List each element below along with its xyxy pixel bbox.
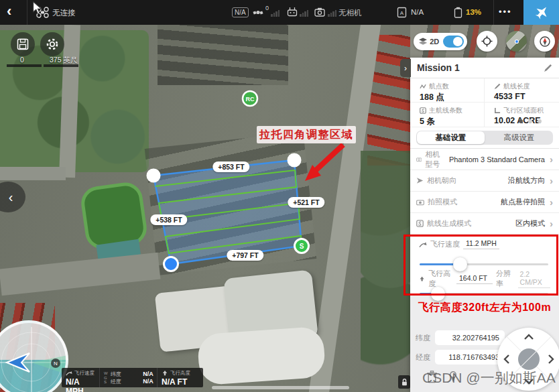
stat-label: 飞行区域面积 xyxy=(503,106,544,115)
panel-page-dots[interactable] xyxy=(519,119,542,123)
status-bar: ‹ 无连接 N/A 0 无相机 A N/A 13% ••• xyxy=(0,0,559,25)
longitude-label: 经度 xyxy=(416,352,430,363)
setting-label: 相机型号 xyxy=(425,149,446,170)
speed-icon xyxy=(66,371,72,376)
map-buildings xyxy=(158,25,288,85)
chevron-right-icon: › xyxy=(550,178,553,184)
wgs-label: WGS xyxy=(104,371,108,385)
svg-text:A: A xyxy=(400,10,404,16)
chevron-right-icon: › xyxy=(550,199,553,206)
lock-button[interactable] xyxy=(398,375,410,389)
flight-mode-icon: A xyxy=(397,7,407,18)
mission-settings-button[interactable] xyxy=(40,32,64,56)
mission-panel: Mission 1 航点数 188 点 航线长度 4533 FT 主航线条数 5… xyxy=(410,58,559,392)
nudge-left-icon[interactable] xyxy=(503,354,510,365)
edit-mission-button[interactable] xyxy=(544,64,552,72)
pencil-icon xyxy=(544,64,552,72)
camera-icon xyxy=(416,156,422,163)
scale-bar xyxy=(44,64,78,67)
stat-value: 188 点 xyxy=(420,92,484,103)
panel-collapse-tab[interactable]: › xyxy=(400,59,411,77)
setting-row-camera-heading[interactable]: 相机朝向 沿航线方向› xyxy=(410,170,559,192)
resolution-label: 分辨率 xyxy=(496,269,515,289)
flight-sliders: 飞行速度 11.2 MPH 飞行高度 164.0 FT 分辨率 2.2 CM/P… xyxy=(410,235,559,295)
altitude-icon xyxy=(419,275,425,283)
altitude-value-field[interactable]: 164.0 FT xyxy=(456,274,493,284)
rc-signal-bars xyxy=(300,10,308,17)
altitude-slider[interactable] xyxy=(420,293,548,295)
setting-value: 沿航线方向 xyxy=(508,176,545,186)
compass-needle-icon xyxy=(540,36,550,47)
layers-icon xyxy=(419,38,427,46)
mission-stats: 航点数 188 点 航线长度 4533 FT 主航线条数 5 条 飞行区域面积 … xyxy=(410,78,559,127)
nudge-right-icon[interactable] xyxy=(548,354,554,365)
setting-label: 拍照模式 xyxy=(428,197,457,207)
telemetry-lat-value: N/A xyxy=(143,371,153,378)
telemetry-lng-label: 经度 xyxy=(111,378,121,385)
route-length-icon xyxy=(494,83,501,90)
tutorial-annotation: 拉托四角调整区域 xyxy=(257,126,356,143)
lock-icon xyxy=(401,378,408,387)
flight-mode-value: N/A xyxy=(411,8,424,16)
map-mode-toggle[interactable]: 2D xyxy=(414,33,467,50)
compass-reset-button[interactable] xyxy=(534,31,555,52)
more-menu-button[interactable]: ••• xyxy=(499,7,512,17)
settings-tab-bar: 基础设置 高级设置 xyxy=(416,131,553,145)
tab-advanced-settings[interactable]: 高级设置 xyxy=(485,131,553,145)
setting-row-camera-model[interactable]: 相机型号 Phantom 3 Standard Camera› xyxy=(410,149,559,170)
camera-status: 无相机 xyxy=(338,8,362,18)
2d-toggle-switch[interactable] xyxy=(443,36,464,48)
battery-icon xyxy=(453,7,462,18)
telemetry-bar: 飞行速度 N/A MPH WGS 纬度N/A 经度N/A 飞行高度 N/A FT xyxy=(62,368,203,387)
setting-label: 相机朝向 xyxy=(427,176,456,186)
area-icon xyxy=(494,107,501,114)
satellite-signal-bars xyxy=(271,10,280,17)
setting-row-photo-mode[interactable]: 拍照模式 航点悬停拍照› xyxy=(410,192,559,213)
nudge-up-icon[interactable] xyxy=(523,334,534,340)
battery-percentage: 13% xyxy=(466,8,481,16)
locate-button[interactable] xyxy=(477,31,497,52)
latitude-label: 纬度 xyxy=(416,333,430,343)
setting-label: 航线生成模式 xyxy=(427,218,471,228)
speed-label: 飞行速度 xyxy=(430,239,460,249)
watermark: CSDN @一别如斯AA xyxy=(422,369,556,387)
altitude-icon xyxy=(162,371,168,376)
attitude-compass-face xyxy=(0,323,68,392)
telemetry-lat-label: 纬度 xyxy=(111,371,121,378)
speed-slider[interactable] xyxy=(420,263,548,265)
scale-bar xyxy=(7,64,42,67)
setting-row-route-mode[interactable]: 航线生成模式 区内模式› xyxy=(410,213,559,235)
photo-mode-icon xyxy=(416,199,424,206)
chevron-left-icon: ‹ xyxy=(9,190,13,205)
setting-value: 航点悬停拍照 xyxy=(501,197,545,207)
map-layer-thumbnail-button[interactable] xyxy=(506,31,527,52)
edge-length-label-bottom: +797 FT xyxy=(227,250,263,261)
latitude-field[interactable] xyxy=(435,330,505,345)
main-lines-icon xyxy=(420,107,426,114)
map-building-white xyxy=(197,326,326,386)
route-mode-icon xyxy=(416,220,424,227)
save-mission-button[interactable] xyxy=(11,32,35,56)
map-thumb-dot xyxy=(513,38,520,45)
setting-value: Phantom 3 Standard Camera xyxy=(449,155,545,164)
altitude-slider-knob[interactable] xyxy=(431,287,445,301)
scale-end-label: 375 英尺 xyxy=(50,56,77,65)
takeoff-button[interactable] xyxy=(523,0,559,25)
dpad-center-button[interactable] xyxy=(518,348,540,370)
satellite-count: 0 xyxy=(265,5,269,11)
heading-icon xyxy=(416,177,424,184)
stat-label: 航线长度 xyxy=(503,82,530,91)
remote-controller-icon xyxy=(287,7,298,17)
longitude-field[interactable] xyxy=(435,350,505,365)
telemetry-speed-label: 飞行速度 xyxy=(74,370,95,377)
tab-basic-settings[interactable]: 基础设置 xyxy=(417,131,485,144)
scale-start-label: 0 xyxy=(20,56,24,64)
resolution-value: 2.2 CM/PX xyxy=(518,270,550,288)
north-badge: N xyxy=(51,358,60,368)
speed-value-field[interactable]: 11.2 MPH xyxy=(463,239,499,249)
telemetry-alt-value: N/A FT xyxy=(162,377,199,387)
setting-value: 区内模式 xyxy=(515,218,545,228)
back-button[interactable]: ‹ xyxy=(7,3,11,20)
chevron-right-icon: › xyxy=(550,220,553,227)
edge-length-label-top: +853 FT xyxy=(212,161,249,172)
